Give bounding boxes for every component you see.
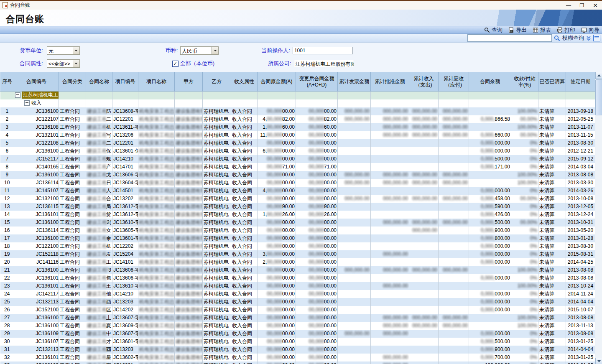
cell-invoice-amount[interactable] — [338, 314, 371, 322]
cell-balance[interactable] — [469, 266, 511, 274]
cell-rate[interactable]: 0% — [511, 155, 538, 163]
cell-balance[interactable] — [469, 314, 511, 322]
cell-approved-amount[interactable]: 000,000.00 — [371, 131, 409, 139]
cell-category[interactable]: 工程合同 — [59, 290, 86, 298]
cell-project-name[interactable]: 机电安装工程总承包项目 — [138, 274, 175, 282]
cell-contract-no[interactable]: JC132113 — [14, 346, 59, 354]
cell-party-a[interactable]: 建设集团有限公司 — [175, 346, 203, 354]
cell-seq[interactable]: 25 — [0, 298, 14, 306]
cell-rate[interactable]: 0% — [511, 290, 538, 298]
cell-project-name[interactable]: 机电安装工程总承包项目 — [138, 346, 175, 354]
cell-income-amount[interactable]: 000,000.00 — [409, 131, 439, 139]
column-header[interactable]: 合同余额 — [469, 72, 511, 92]
cell-invoice-amount[interactable] — [338, 322, 371, 330]
table-row[interactable]: 8JC140165工程合同建设工程项目产JC14701机电安装工程总承包项目建设… — [0, 163, 595, 171]
cell-receivable-amount[interactable]: 000,000.00 — [439, 314, 469, 322]
cell-balance[interactable]: 0,000,590.00 — [469, 203, 511, 211]
fuzzy-search-label[interactable]: 模糊查询 — [562, 34, 584, 42]
cell-receivable-amount[interactable] — [439, 227, 469, 234]
cell-rate[interactable]: 00.00% — [511, 115, 538, 123]
cell-category[interactable]: 工程合同 — [59, 219, 86, 227]
cell-category[interactable]: 工程合同 — [59, 107, 86, 115]
cell-approved-amount[interactable] — [371, 211, 409, 219]
cell-project-name[interactable]: 机电安装工程总承包项目 — [138, 282, 175, 290]
cell-rate[interactable]: 0% — [511, 234, 538, 242]
cell-seq[interactable]: 23 — [0, 282, 14, 290]
cell-approved-amount[interactable] — [371, 163, 409, 171]
cell-project-name[interactable]: 机电安装工程总承包项目 — [138, 322, 175, 330]
cell-category[interactable]: 工程合同 — [59, 179, 86, 187]
cell-balance[interactable]: 0,000,000.00 — [469, 290, 511, 298]
cell-project-no[interactable]: JC14101 — [112, 258, 138, 266]
cell-party-a[interactable]: 建设集团有限公司 — [175, 227, 203, 234]
scroll-down-icon[interactable] — [595, 358, 602, 364]
cell-changed-amount[interactable]: 00,00000.00 — [296, 266, 338, 274]
table-row[interactable]: 15JC136100工程合同建设工程项目2(JC13610-零机电安装工程总承包… — [0, 219, 595, 227]
cell-rate[interactable]: 0% — [511, 298, 538, 306]
cell-invoice-amount[interactable] — [338, 219, 371, 227]
cell-project-no[interactable]: JC13601-零 — [112, 234, 138, 242]
cell-party-b[interactable]: 苏柯瑞机电 — [203, 203, 231, 211]
cell-invoice-amount[interactable] — [338, 123, 371, 131]
cell-receivable-amount[interactable] — [439, 234, 469, 242]
cell-contract-no[interactable]: JC136114 — [14, 179, 59, 187]
cell-income-amount[interactable] — [409, 234, 439, 242]
cell-receivable-amount[interactable] — [439, 274, 469, 282]
cell-seq[interactable]: 12 — [0, 195, 14, 203]
cell-contract-name[interactable]: 建设工程项目酉 — [86, 298, 112, 306]
cell-approved-amount[interactable]: 000,000.00 — [371, 361, 409, 364]
cell-contract-name[interactable]: 建设工程项目3 — [86, 266, 112, 274]
cell-settle-status[interactable]: 未清算 — [538, 330, 566, 338]
cell-rate[interactable]: 0% — [511, 203, 538, 211]
cell-project-no[interactable]: JC13606-零 — [112, 274, 138, 282]
cell-project-name[interactable]: 机电安装工程总承包项目 — [138, 195, 175, 203]
cell-balance[interactable]: 0,000,500.00 — [469, 338, 511, 346]
cell-receivable-amount[interactable]: 000,000.00 — [439, 131, 469, 139]
cell-project-name[interactable]: 机电安装工程总承包项目 — [138, 298, 175, 306]
cell-inout[interactable]: 收入合同 — [231, 203, 258, 211]
cell-contract-name[interactable]: 建设工程项目机 — [86, 123, 112, 131]
cell-project-name[interactable]: 机电安装工程总承包项目 — [138, 242, 175, 250]
cell-category[interactable]: 工程合同 — [59, 242, 86, 250]
cell-balance[interactable] — [469, 171, 511, 179]
cell-party-a[interactable]: 建设集团有限公司 — [175, 171, 203, 179]
cell-settle-status[interactable]: 未清算 — [538, 203, 566, 211]
cell-category[interactable]: 工程合同 — [59, 139, 86, 147]
cell-contract-no[interactable]: JC136100 — [14, 234, 59, 242]
column-header[interactable]: 合同分类 — [59, 72, 86, 92]
cell-project-no[interactable]: JC13607-零 — [112, 314, 138, 322]
cell-sign-date[interactable]: 2013-12-05 — [566, 203, 595, 211]
cell-contract-name[interactable]: 建设工程项目余 — [86, 234, 112, 242]
cell-settle-status[interactable]: 未清算 — [538, 282, 566, 290]
cell-contract-no[interactable]: JC136100 — [14, 147, 59, 155]
cell-rate[interactable]: 100.00% — [511, 322, 538, 330]
cell-party-a[interactable]: 建设集团有限公司 — [175, 163, 203, 171]
cell-changed-amount[interactable]: 00,00000.00 — [296, 107, 338, 115]
cell-sign-date[interactable]: 2013-08-30 — [566, 139, 595, 147]
cell-contract-no[interactable]: JC136100 — [14, 171, 59, 179]
cell-project-name[interactable]: 机电安装工程总承包项目 — [138, 354, 175, 361]
cell-sign-date[interactable]: 2013-08-08 — [566, 171, 595, 179]
cell-approved-amount[interactable]: 000,000.00 — [371, 123, 409, 131]
cell-party-b[interactable]: 苏柯瑞机电 — [203, 219, 231, 227]
cell-seq[interactable]: 32 — [0, 354, 14, 361]
cell-income-amount[interactable]: 000,000.00 — [409, 227, 439, 234]
cell-balance[interactable]: 0,000,000.00 — [469, 258, 511, 266]
cell-contract-name[interactable]: 建设工程项目合 — [86, 195, 112, 203]
cell-changed-amount[interactable]: 00,00000.00 — [296, 171, 338, 179]
table-row[interactable]: 13JC136115工程合同建设工程项目局JC13612-零机电安装工程总承包项… — [0, 203, 595, 211]
cell-approved-amount[interactable]: 000,000.00 — [371, 179, 409, 187]
cell-sign-date[interactable]: 2014-04-25 — [566, 258, 595, 266]
cell-party-a[interactable]: 建设集团有限公司 — [175, 123, 203, 131]
table-row[interactable]: 29JC136109工程合同建设工程项目中JC13607-零机电安装工程总承包项… — [0, 330, 595, 338]
cell-rate[interactable]: 100.00% — [511, 123, 538, 131]
cell-receivable-amount[interactable]: 000,000.00 — [439, 115, 469, 123]
cell-project-no[interactable]: JC13604-零 — [112, 179, 138, 187]
cell-invoice-amount[interactable] — [338, 211, 371, 219]
cell-changed-amount[interactable]: 00,00000.00 — [296, 330, 338, 338]
cell-category[interactable]: 工程合同 — [59, 306, 86, 314]
cell-category[interactable]: 工程合同 — [59, 338, 86, 346]
cell-changed-amount[interactable]: 00,00000.00 — [296, 274, 338, 282]
cell-settle-status[interactable]: 未清算 — [538, 338, 566, 346]
cell-balance[interactable]: 0,000,866.58 — [469, 115, 511, 123]
